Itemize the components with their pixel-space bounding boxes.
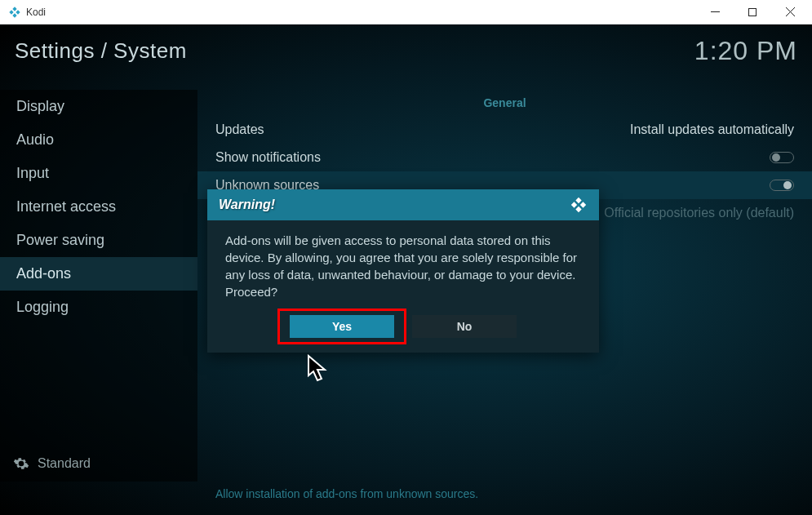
toggle-off-icon[interactable] (770, 152, 794, 163)
breadcrumb: Settings / System (15, 38, 187, 64)
setting-label: Show notifications (215, 150, 321, 165)
app-body: Settings / System 1:20 PM Display Audio … (0, 24, 812, 515)
setting-updates[interactable]: Updates Install updates automatically (197, 116, 812, 144)
sidebar-item-addons[interactable]: Add-ons (0, 257, 197, 291)
setting-show-notifications[interactable]: Show notifications (197, 144, 812, 171)
yes-button[interactable]: Yes (290, 315, 394, 338)
app-header: Settings / System 1:20 PM (15, 36, 797, 66)
toggle-on-icon[interactable] (770, 180, 794, 191)
settings-level-label: Standard (38, 456, 91, 471)
close-button[interactable] (771, 0, 809, 24)
svg-rect-1 (749, 8, 757, 16)
maximize-button[interactable] (734, 0, 771, 24)
dialog-title: Warning! (219, 198, 275, 212)
window-controls (696, 0, 809, 24)
dialog-body: Add-ons will be given access to personal… (207, 220, 599, 315)
window-title: Kodi (26, 7, 696, 18)
dialog-buttons: Yes No (207, 315, 599, 353)
settings-level[interactable]: Standard (13, 455, 91, 472)
window-titlebar: Kodi (0, 0, 812, 24)
setting-value: Official repositories only (default) (604, 206, 794, 220)
no-button[interactable]: No (412, 315, 517, 338)
warning-dialog: Warning! Add-ons will be given access to… (207, 189, 599, 353)
sidebar-item-audio[interactable]: Audio (0, 123, 197, 157)
kodi-logo-icon (8, 6, 21, 19)
section-header: General (197, 90, 812, 116)
kodi-logo-icon (570, 196, 588, 214)
sidebar-item-power-saving[interactable]: Power saving (0, 224, 197, 257)
minimize-button[interactable] (696, 0, 734, 24)
sidebar-item-logging[interactable]: Logging (0, 291, 197, 324)
settings-sidebar: Display Audio Input Internet access Powe… (0, 90, 197, 482)
clock: 1:20 PM (694, 36, 797, 66)
setting-value: Install updates automatically (630, 122, 794, 137)
help-text: Allow installation of add-ons from unkno… (215, 487, 478, 500)
sidebar-item-display[interactable]: Display (0, 90, 197, 123)
gear-icon (13, 455, 29, 472)
dialog-titlebar: Warning! (207, 189, 599, 220)
setting-label: Updates (215, 122, 264, 137)
sidebar-item-internet-access[interactable]: Internet access (0, 190, 197, 224)
sidebar-item-input[interactable]: Input (0, 157, 197, 190)
